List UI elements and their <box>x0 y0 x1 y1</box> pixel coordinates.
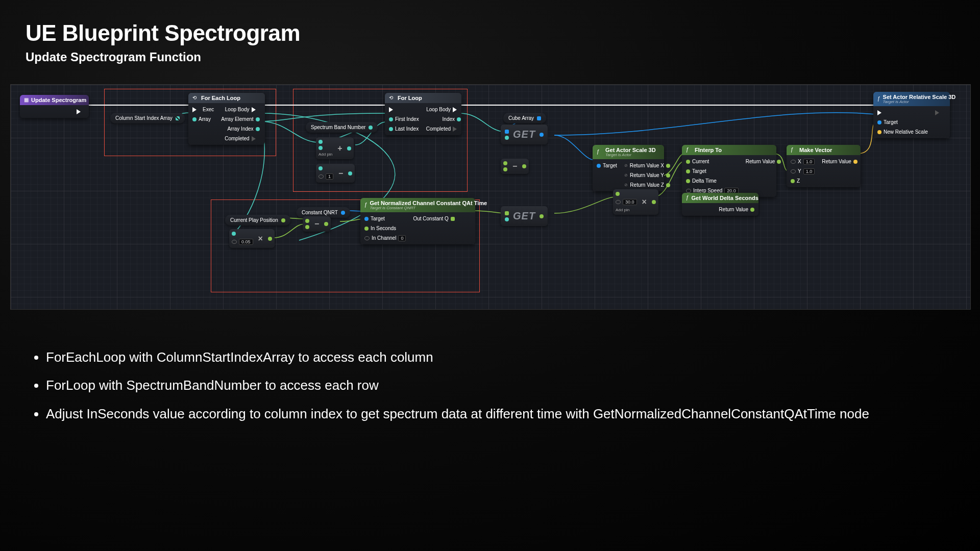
node-multiply-30[interactable]: 30.0Add pin × <box>613 189 658 215</box>
exec-out-pin[interactable] <box>77 109 85 114</box>
node-subtract-1[interactable]: 1 − <box>316 164 355 183</box>
title-block: UE Blueprint Spectrogram Update Spectrog… <box>0 0 980 64</box>
node-subtract-3[interactable]: − <box>303 216 331 232</box>
array-out-pin[interactable] <box>176 116 180 120</box>
node-get-world-delta-seconds[interactable]: ƒGet World Delta Seconds Return Value <box>682 193 758 216</box>
function-icon: ƒ <box>597 149 603 155</box>
node-subtract-2[interactable]: − <box>501 159 529 174</box>
node-multiply-005[interactable]: 0.05 × <box>229 229 275 248</box>
function-icon: ƒ <box>686 195 689 201</box>
loop-icon: ⟲ <box>192 95 199 101</box>
blueprint-canvas[interactable]: ▦ Update Spectrogram Column Start Index … <box>10 84 971 310</box>
bullet-2: ForLoop with SpectrumBandNumber to acces… <box>46 373 869 398</box>
page-title: UE Blueprint Spectrogram <box>26 20 980 46</box>
function-icon: ▦ <box>24 97 29 103</box>
loop-icon: ⟲ <box>389 95 395 101</box>
node-array-get-1[interactable]: GET <box>501 124 548 144</box>
function-icon: ƒ <box>364 202 368 208</box>
node-array-get-2[interactable]: GET <box>501 206 548 226</box>
node-get-normalized-channel-constant-q-at-time[interactable]: ƒ Get Normalized Channel Constant QAt Ti… <box>360 198 475 244</box>
function-icon: ƒ <box>686 147 692 153</box>
node-get-actor-scale-3d[interactable]: ƒ Get Actor Scale 3DTarget is Actor Targ… <box>593 145 664 191</box>
description-bullets: ForEachLoop with ColumnStartIndexArray t… <box>26 345 869 430</box>
node-for-each-loop[interactable]: ⟲For Each Loop Exec Array Loop Body Arra… <box>188 93 265 145</box>
function-icon: ƒ <box>877 96 880 102</box>
var-current-play-position[interactable]: Current Play Position <box>225 215 290 226</box>
var-cube-array[interactable]: Cube Array <box>503 113 546 123</box>
node-for-loop[interactable]: ⟲For Loop First Index Last Index Loop Bo… <box>385 93 461 135</box>
node-set-actor-relative-scale-3d[interactable]: ƒ Set Actor Relative Scale 3DTarget is A… <box>873 92 950 138</box>
node-update-spectrogram[interactable]: ▦ Update Spectrogram <box>20 95 89 118</box>
int-out-pin[interactable] <box>369 126 373 130</box>
var-column-start-index-array[interactable]: Column Start Index Array <box>110 113 185 123</box>
var-spectrum-band-number[interactable]: Spectrum Band Number <box>306 122 378 133</box>
node-finterp-to[interactable]: ƒFInterp To Current Target Delta Time In… <box>682 145 776 197</box>
node-make-vector[interactable]: ƒMake Vector X1.0 Y1.0 Z Return Value <box>787 145 861 187</box>
node-add[interactable]: Add pin + <box>316 137 354 159</box>
page-subtitle: Update Spectrogram Function <box>26 50 980 64</box>
bullet-3: Adjust InSeconds value according to colu… <box>46 402 869 427</box>
bullet-1: ForEachLoop with ColumnStartIndexArray t… <box>46 345 869 370</box>
function-icon: ƒ <box>791 147 797 153</box>
